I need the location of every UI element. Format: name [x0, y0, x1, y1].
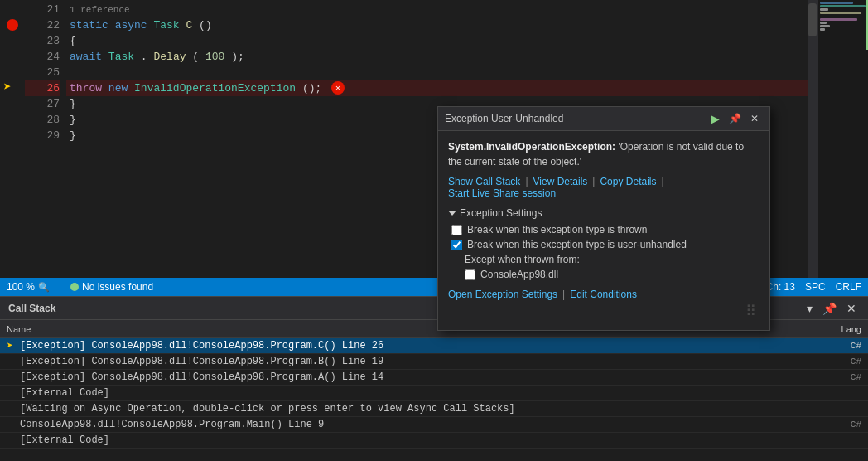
close-popup-button[interactable]: ✕ — [746, 110, 763, 127]
except-when-section: Except when thrown from: — [448, 254, 760, 265]
panel-title: Call Stack — [8, 303, 55, 314]
status-sep-1 — [60, 281, 60, 293]
popup-header: Exception User-Unhandled ▶ 📌 ✕ — [438, 107, 769, 131]
panel-controls: ▾ 📌 ✕ — [803, 300, 860, 317]
stack-row[interactable]: [Exception] ConsoleApp98.dll!ConsoleApp9… — [0, 370, 868, 386]
open-exception-settings-link[interactable]: Open Exception Settings — [448, 289, 557, 300]
line-number: 28 — [25, 112, 60, 128]
copy-details-link[interactable]: Copy Details — [600, 176, 656, 187]
code-line-24: await Task . Delay ( 100 ); — [66, 49, 868, 65]
stack-row[interactable]: [Exception] ConsoleApp98.dll!ConsoleApp9… — [0, 354, 868, 370]
line-numbers: 21 22 23 24 25 26 27 28 29 — [25, 0, 66, 278]
edit-conditions-link[interactable]: Edit Conditions — [570, 289, 637, 300]
zoom-level[interactable]: 100 % 🔍 — [7, 281, 50, 293]
minimap — [818, 0, 868, 278]
popup-footer-links: Open Exception Settings | Edit Condition… — [448, 285, 760, 300]
continue-button[interactable]: ▶ — [706, 110, 723, 127]
no-issues-indicator[interactable]: No issues found — [70, 281, 153, 293]
stack-frame-name: ConsoleApp98.dll!ConsoleApp98.Program.Ma… — [20, 419, 812, 430]
drag-handle: ⠿ — [448, 300, 760, 322]
stack-row[interactable]: [Waiting on Async Operation, double-clic… — [0, 401, 868, 417]
break-thrown-checkbox[interactable] — [451, 225, 462, 235]
start-live-share-link[interactable]: Start Live Share session — [448, 187, 556, 199]
stack-frame-name: [External Code] — [20, 434, 812, 446]
stack-frame-lang: C# — [812, 420, 861, 429]
stack-frame-name: [Exception] ConsoleApp98.dll!ConsoleApp9… — [20, 356, 812, 367]
health-indicator-icon — [70, 283, 79, 291]
line-number: 26 — [25, 80, 60, 96]
checkbox-row-1: Break when this exception type is thrown — [448, 224, 760, 235]
line-number: 27 — [25, 96, 60, 112]
console-dll-checkbox[interactable] — [465, 269, 475, 280]
encoding[interactable]: SPC — [805, 281, 826, 293]
error-indicator[interactable] — [331, 81, 345, 95]
console-row: ConsoleApp98.dll — [448, 269, 760, 280]
row-arrow-icon: ➤ — [7, 339, 20, 352]
checkbox-row-2: Break when this exception type is user-u… — [448, 239, 760, 250]
editor-scrollbar[interactable] — [808, 0, 818, 278]
stack-row[interactable]: ➤ [Exception] ConsoleApp98.dll!ConsoleAp… — [0, 338, 868, 354]
current-line-arrow: ➤ — [3, 79, 12, 95]
breakpoint-dot[interactable] — [7, 17, 18, 32]
line-number: 23 — [25, 33, 60, 49]
line-number: 21 — [25, 2, 60, 17]
break-unhandled-label: Break when this exception type is user-u… — [467, 239, 687, 250]
stack-row[interactable]: [External Code] — [0, 433, 868, 449]
console-dll-label: ConsoleApp98.dll — [480, 269, 558, 280]
stack-frame-lang: C# — [812, 357, 861, 366]
popup-title: Exception User-Unhandled — [445, 113, 563, 124]
code-line-23: { — [66, 33, 868, 49]
line-number: 24 — [25, 49, 60, 65]
zoom-value: 100 % — [7, 281, 35, 293]
pin-button[interactable]: 📌 — [726, 110, 743, 127]
stack-rows: ➤ [Exception] ConsoleApp98.dll!ConsoleAp… — [0, 338, 868, 449]
line-ending[interactable]: CRLF — [836, 281, 861, 293]
popup-body: System.InvalidOperationException: 'Opera… — [438, 131, 769, 330]
popup-links: Show Call Stack | View Details | Copy De… — [448, 176, 760, 199]
line-number: 29 — [25, 128, 60, 143]
break-thrown-label: Break when this exception type is thrown — [467, 224, 647, 235]
stack-row[interactable]: [External Code] — [0, 386, 868, 401]
except-when-label: Except when thrown from: — [465, 254, 580, 265]
popup-controls: ▶ 📌 ✕ — [706, 110, 763, 127]
col-header-lang: Lang — [812, 324, 861, 334]
zoom-icon: 🔍 — [38, 282, 50, 293]
exception-type: System.InvalidOperationException: — [448, 141, 615, 153]
breakpoint-margin: ➤ — [0, 0, 25, 278]
code-line-22: static async Task C () — [66, 17, 868, 33]
stack-frame-name: [Exception] ConsoleApp98.dll!ConsoleApp9… — [20, 340, 812, 352]
settings-title: Exception Settings — [460, 207, 542, 219]
view-details-link[interactable]: View Details — [533, 176, 588, 187]
exception-settings: Exception Settings Break when this excep… — [448, 207, 760, 300]
show-call-stack-link[interactable]: Show Call Stack — [448, 176, 520, 187]
stack-frame-name: [External Code] — [20, 387, 812, 399]
panel-close-btn[interactable]: ✕ — [843, 300, 860, 317]
settings-header[interactable]: Exception Settings — [448, 207, 760, 219]
line-number: 22 — [25, 17, 60, 33]
reference-note: 1 reference — [70, 5, 130, 15]
stack-frame-name: [Waiting on Async Operation, double-clic… — [20, 403, 812, 415]
code-line-25 — [66, 65, 868, 80]
stack-frame-lang: C# — [812, 372, 861, 382]
line-number: 25 — [25, 65, 60, 80]
code-line-26: throw new InvalidOperationException (); — [66, 80, 868, 96]
panel-pin-btn[interactable]: 📌 — [819, 300, 840, 317]
exception-message: System.InvalidOperationException: 'Opera… — [448, 139, 760, 169]
stack-frame-lang: C# — [812, 341, 861, 351]
break-unhandled-checkbox[interactable] — [451, 240, 462, 250]
expand-icon — [448, 211, 456, 216]
panel-dropdown-btn[interactable]: ▾ — [803, 300, 816, 317]
stack-frame-name: [Exception] ConsoleApp98.dll!ConsoleApp9… — [20, 371, 812, 383]
stack-row[interactable]: ConsoleApp98.dll!ConsoleApp98.Program.Ma… — [0, 417, 868, 433]
no-issues-text: No issues found — [82, 281, 153, 293]
exception-popup: Exception User-Unhandled ▶ 📌 ✕ System.In… — [437, 106, 770, 331]
code-line-21: 1 reference — [66, 2, 868, 17]
